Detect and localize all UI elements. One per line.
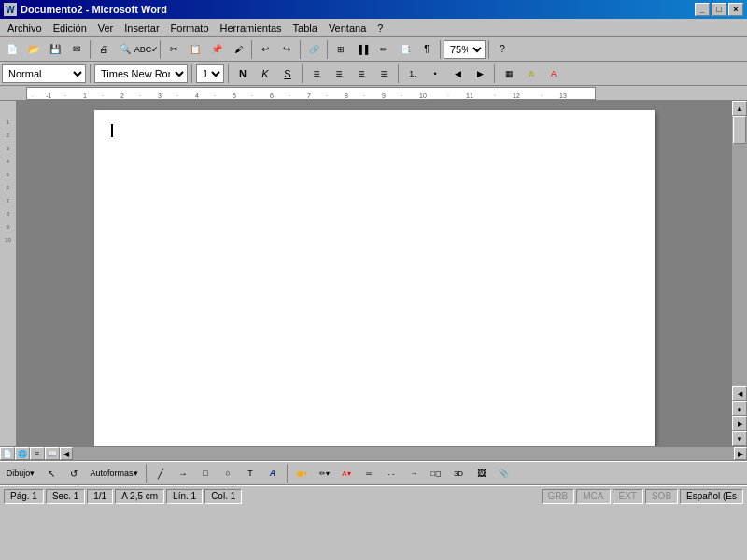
underline-button[interactable]: S — [277, 64, 298, 83]
app-icon: W — [4, 3, 17, 16]
italic-button[interactable]: K — [255, 64, 275, 83]
menu-bar: Archivo Edición Ver Insertar Formato Her… — [0, 19, 747, 37]
normal-view-button[interactable]: 📄 — [0, 447, 15, 460]
scroll-down-button[interactable]: ▼ — [732, 431, 747, 446]
border-button[interactable]: ▦ — [499, 64, 519, 83]
spell-button[interactable]: ABC✓ — [136, 40, 157, 59]
print-preview-button[interactable]: 🔍 — [115, 40, 135, 59]
scroll-track[interactable] — [732, 116, 747, 386]
email-button[interactable]: ✉ — [66, 40, 87, 59]
minimize-button[interactable]: _ — [695, 3, 710, 16]
zoom-select[interactable]: 75% 100% 50% — [444, 40, 486, 59]
oval-tool-button[interactable]: ○ — [218, 464, 238, 483]
prev-page-button[interactable]: ◀ — [732, 386, 747, 401]
rotate-button[interactable]: ↺ — [63, 464, 84, 483]
docmap-button[interactable]: 📑 — [395, 40, 416, 59]
align-right-button[interactable]: ≡ — [351, 64, 372, 83]
scroll-right-button[interactable]: ▶ — [734, 447, 747, 460]
line-color-button[interactable]: ✏▾ — [314, 464, 334, 483]
print-button[interactable]: 🖨 — [93, 40, 114, 59]
menu-insertar[interactable]: Insertar — [119, 21, 164, 35]
fill-color-button[interactable]: ◼▾ — [291, 464, 312, 483]
insert-clip-button[interactable]: 📎 — [493, 464, 514, 483]
arrow-tool-button[interactable]: → — [173, 464, 193, 483]
numbering-button[interactable]: 1. — [402, 64, 423, 83]
menu-edicion[interactable]: Edición — [48, 21, 92, 35]
scroll-left-button[interactable]: ◀ — [60, 447, 73, 460]
save-button[interactable]: 💾 — [45, 40, 65, 59]
draw-button[interactable]: ✏ — [374, 40, 394, 59]
ruler-inner: · -1 · 1 · 2 · 3 · 4 · 5 · 6 · 7 · 8 · 9 — [26, 87, 596, 100]
cut-button[interactable]: ✂ — [163, 40, 184, 59]
h-scroll-track[interactable] — [73, 447, 734, 460]
reading-view-button[interactable]: 📖 — [45, 447, 60, 460]
columns-button[interactable]: ▐▐ — [352, 40, 373, 59]
size-select[interactable]: 12 — [196, 64, 224, 83]
next-page-button[interactable]: ▶ — [732, 416, 747, 431]
menu-archivo[interactable]: Archivo — [2, 21, 48, 35]
close-button[interactable]: × — [728, 3, 743, 16]
menu-help[interactable]: ? — [372, 21, 388, 35]
style-select[interactable]: Normal — [2, 64, 86, 83]
vertical-scrollbar[interactable]: ▲ ◀ ● ▶ ▼ — [732, 101, 747, 446]
format-painter-button[interactable]: 🖌 — [228, 40, 248, 59]
align-left-button[interactable]: ≡ — [306, 64, 327, 83]
autoforms-button[interactable]: Autoformas▾ — [86, 464, 142, 483]
draw-menu-button[interactable]: Dibujo▾ — [2, 464, 39, 483]
sep6 — [440, 40, 441, 59]
fmt-sep6 — [494, 64, 495, 83]
scroll-up-button[interactable]: ▲ — [732, 101, 747, 116]
menu-ver[interactable]: Ver — [92, 21, 120, 35]
select-tool-button[interactable]: ↖ — [41, 464, 62, 483]
help-button[interactable]: ? — [492, 40, 513, 59]
ruler: · -1 · 1 · 2 · 3 · 4 · 5 · 6 · 7 · 8 · 9 — [0, 86, 747, 101]
status-bar: Pág. 1 Sec. 1 1/1 A 2,5 cm Lín. 1 Col. 1… — [0, 485, 747, 506]
line-tool-button[interactable]: ╱ — [150, 464, 171, 483]
justify-button[interactable]: ≡ — [374, 64, 394, 83]
hyperlink-button[interactable]: 🔗 — [303, 40, 324, 59]
font-color-button[interactable]: A — [543, 64, 564, 83]
copy-button[interactable]: 📋 — [185, 40, 205, 59]
open-button[interactable]: 📂 — [23, 40, 44, 59]
document-area[interactable] — [17, 101, 732, 446]
document-page[interactable] — [94, 110, 655, 446]
3d-button[interactable]: 3D — [448, 464, 469, 483]
web-view-button[interactable]: 🌐 — [15, 447, 30, 460]
increase-indent-button[interactable]: ▶ — [470, 64, 490, 83]
font-select[interactable]: Times New Roman — [94, 64, 188, 83]
fmt-sep3 — [228, 64, 229, 83]
font-color-draw-button[interactable]: A▾ — [336, 464, 357, 483]
fmt-sep5 — [398, 64, 399, 83]
horizontal-scrollbar[interactable]: 📄 🌐 ≡ 📖 ◀ ▶ — [0, 446, 747, 461]
sep7 — [488, 40, 489, 59]
decrease-indent-button[interactable]: ◀ — [447, 64, 468, 83]
arrow-style-button[interactable]: → — [403, 464, 424, 483]
select-browse-button[interactable]: ● — [732, 401, 747, 416]
maximize-button[interactable]: □ — [712, 3, 726, 16]
table-button[interactable]: ⊞ — [331, 40, 351, 59]
shadow-button[interactable]: □◻ — [426, 464, 446, 483]
undo-button[interactable]: ↩ — [255, 40, 275, 59]
menu-herramientas[interactable]: Herramientas — [215, 21, 288, 35]
menu-ventana[interactable]: Ventana — [323, 21, 372, 35]
sep4 — [300, 40, 301, 59]
drawing-toolbar: Dibujo▾ ↖ ↺ Autoformas▾ ╱ → □ ○ T A ◼▾ ✏… — [0, 461, 747, 485]
paste-button[interactable]: 📌 — [206, 40, 227, 59]
wordart-button[interactable]: A — [262, 464, 283, 483]
menu-formato[interactable]: Formato — [165, 21, 215, 35]
outline-view-button[interactable]: ≡ — [30, 447, 45, 460]
bullets-button[interactable]: • — [425, 64, 445, 83]
align-center-button[interactable]: ≡ — [329, 64, 349, 83]
standard-toolbar: 📄 📂 💾 ✉ 🖨 🔍 ABC✓ ✂ 📋 📌 🖌 ↩ ↪ 🔗 ⊞ ▐▐ ✏ 📑 … — [0, 37, 747, 62]
text-box-button[interactable]: T — [240, 464, 261, 483]
insert-picture-button[interactable]: 🖼 — [471, 464, 491, 483]
new-button[interactable]: 📄 — [2, 40, 22, 59]
bold-button[interactable]: N — [233, 64, 253, 83]
rectangle-tool-button[interactable]: □ — [195, 464, 216, 483]
show-hide-button[interactable]: ¶ — [416, 40, 437, 59]
dash-style-button[interactable]: - - — [381, 464, 402, 483]
line-style-button[interactable]: ═ — [359, 464, 379, 483]
redo-button[interactable]: ↪ — [276, 40, 297, 59]
highlight-button[interactable]: A — [521, 64, 542, 83]
menu-tabla[interactable]: Tabla — [288, 21, 323, 35]
